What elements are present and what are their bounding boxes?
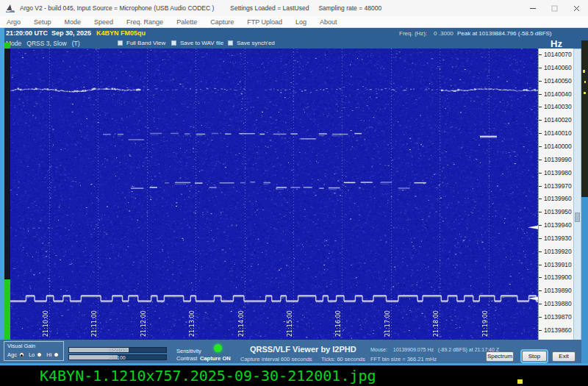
contrast-slider[interactable]: 37/100 [68,354,167,360]
window-title: Argo V2 - build 045, Input Source = Micr… [20,0,381,16]
waterfall-canvas[interactable] [10,49,538,340]
freq-tick-mark [539,212,542,212]
freq-scale-label: 10140020 [544,117,572,124]
menu-freq-range[interactable]: Freq. Range [120,16,170,28]
menu-mode[interactable]: Mode [58,16,88,28]
checkbox-save-to-wav[interactable]: Save to WAV file [171,40,223,46]
sensitivity-value: 46/100 [69,348,166,352]
freq-tick-mark [539,107,542,107]
contrast-value: 37/100 [69,355,166,360]
stop-button[interactable]: Stop [522,351,547,362]
maximize-icon [551,5,558,12]
radio-hi[interactable] [54,352,59,357]
freq-tick-mark [539,225,542,226]
menu-bar: Argo Setup Mode Speed Freq. Range Palett… [0,16,588,28]
freq-scale-label: 10140030 [544,104,572,110]
cursor-blob [517,379,523,384]
freq-readout: Freq. (Hz): 0 .3000 [399,30,453,37]
capture-progress-meter [4,43,10,341]
freq-scale-label: 10139980 [544,170,572,176]
contrast-label: Contrast [176,355,197,362]
exit-button[interactable]: Exit [552,351,576,362]
menu-about[interactable]: About [313,16,344,28]
minimize-icon [529,4,537,12]
info-bar-top: 21:20:00 UTC Sep 30, 2025 K4BYN FM05qu F… [0,28,588,38]
freq-scale-label: 10139910 [544,262,572,268]
menu-ftp-upload[interactable]: FTP Upload [240,16,289,28]
sensitivity-label: Sensitivity [176,348,201,354]
freq-scale-label: 10139990 [544,157,572,163]
checkbox-icon [171,40,176,46]
freq-tick-mark [539,173,542,174]
title-bar: Argo V2 - build 045, Input Source = Micr… [0,0,588,16]
freq-tick-mark [539,186,542,187]
scrollbar-thumb[interactable] [575,212,580,222]
radio-lo[interactable] [37,352,42,357]
freq-tick-mark [539,277,542,278]
desktop-speck [584,81,586,83]
checkbox-save-synched[interactable]: Save synch'ed [228,40,275,46]
menu-setup[interactable]: Setup [27,16,58,28]
freq-scale-label: 10139940 [544,222,572,229]
freq-scale-label: 10139960 [544,196,572,202]
callsign-locator: K4BYN FM05qu [96,29,146,37]
freq-tick-mark [539,251,542,252]
menu-capture[interactable]: Capture [204,16,240,28]
desktop-speck [583,70,585,73]
freq-scale-label: 10140010 [544,130,572,137]
menu-speed[interactable]: Speed [87,16,120,28]
sensitivity-slider[interactable]: 46/100 [68,347,167,353]
control-panel: Visual Gain Agc Lo Hi 46/100 37/100 Sens… [0,340,581,363]
filename-bar: K4BYN-1.1210x757.2025-09-30-212001.jpg [0,365,588,386]
checkbox-label: Full Band View [126,40,165,46]
freq-scale-label: 10139920 [544,249,572,255]
window-border-right [581,197,588,363]
freq-scale-label: 10139970 [544,183,572,190]
ticks-label: Ticks: 60 seconds [321,356,365,362]
spectrum-button[interactable]: Spectrum [486,351,514,362]
desktop-speck [584,92,586,94]
freq-scale-label: 10139860 [544,327,572,334]
freq-scale-label: 10139890 [544,287,572,294]
freq-scale-label: 10140050 [544,78,572,85]
freq-scale: 1014007010140060101400501014004010140030… [538,49,573,344]
checkbox-icon [228,40,233,46]
freq-scale-label: 10139870 [544,314,572,321]
meter-fill [4,279,10,341]
freq-scale-label: 10140060 [544,65,572,71]
visual-gain-group: Visual Gain Agc Lo Hi [4,341,64,361]
desktop-background-strip [581,40,588,197]
argo-application-window: Argo V2 - build 045, Input Source = Micr… [0,0,588,386]
freq-tick-mark [539,199,542,199]
freq-tick-mark [539,146,542,147]
close-button[interactable] [566,0,587,16]
freq-scale-label: 10140040 [544,91,572,98]
meter-top-marker [4,43,10,49]
capture-interval-label: Capture interval 600 seconds [240,356,312,362]
checkbox-label: Save synch'ed [237,40,275,46]
menu-log[interactable]: Log [289,16,313,28]
freq-scale-label: 10139930 [544,235,572,242]
freq-scale-label: 10139950 [544,209,572,215]
freq-scrollbar[interactable] [573,49,581,344]
maximize-button[interactable] [544,0,565,16]
minimize-button[interactable] [522,0,543,16]
checkbox-icon [118,40,123,46]
visual-gain-radios: Agc Lo Hi [7,351,63,358]
radio-agc[interactable] [19,352,24,357]
capture-status-label: Capture ON [200,355,231,362]
freq-tick-mark [539,304,542,304]
peak-readout: Peak at 10139884.796 (-58.5 dBFS) [457,30,552,37]
menu-argo[interactable]: Argo [0,16,27,28]
radio-label-agc: Agc [7,351,17,358]
freq-scale-label: 10139900 [544,274,572,281]
freq-scale-label: 10140000 [544,143,572,150]
freq-tick-mark [539,290,542,291]
freq-scale-label: 10140070 [544,51,572,58]
checkbox-full-band-view[interactable]: Full Band View [118,40,165,46]
app-title: QRSS/VLF Viewer by I2PHD [250,345,356,354]
menu-palette[interactable]: Palette [170,16,204,28]
freq-tick-mark [539,54,542,55]
freq-tick-mark [539,160,542,160]
freq-tick-mark [539,81,542,82]
